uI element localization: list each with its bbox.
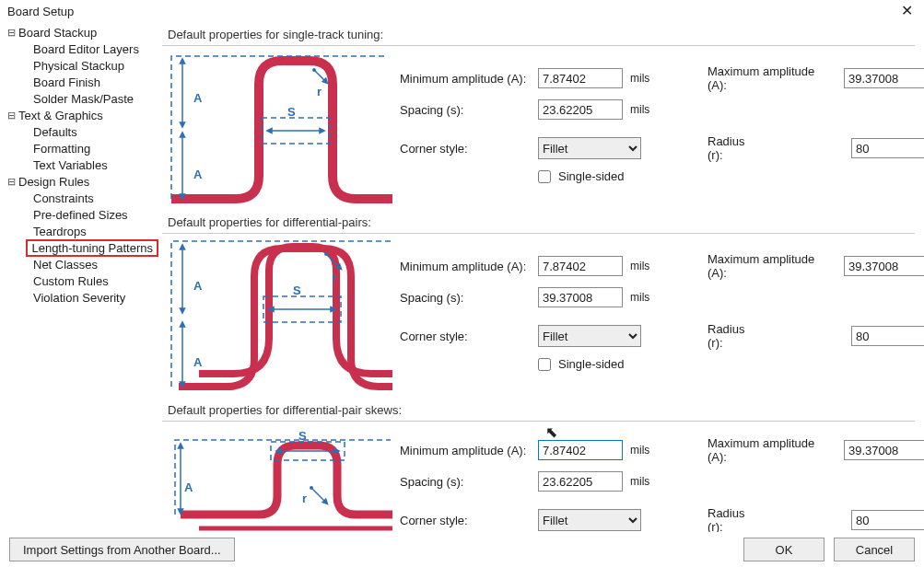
tree-item-label: Solder Mask/Paste [31,92,135,106]
diagram-skew: A S r [162,427,392,532]
tree-item-label: Net Classes [31,258,99,272]
tree-item-label: Teardrops [31,225,88,238]
ok-button[interactable]: OK [743,538,825,561]
label-single-sided: Single-sided [558,169,625,183]
close-icon[interactable]: ✕ [897,4,917,18]
divider [162,45,915,46]
tree-item-constraints[interactable]: Constraints [6,190,158,206]
label-radius: Radius (r): [708,134,763,162]
tree-item-physical-stackup[interactable]: Physical Stackup [6,57,158,74]
svg-text:S: S [293,284,301,297]
tree-item-label: Board Stackup [17,26,99,40]
tree-item-length-tuning-patterns[interactable]: Length-tuning Patterns [6,239,158,256]
input-skew-min-amp[interactable] [538,440,623,460]
expander-icon[interactable]: ⊟ [6,176,17,188]
section-header-single: Default properties for single-track tuni… [168,28,915,41]
svg-point-5 [312,68,316,72]
input-skew-spacing[interactable] [538,471,623,492]
label-min-amp: Minimum amplitude (A): [400,72,531,86]
svg-text:A: A [184,480,193,494]
expander-icon[interactable]: ⊟ [6,110,17,122]
tree-item-label: Constraints [31,191,96,205]
nav-tree: ⊟Board StackupBoard Editor LayersPhysica… [0,20,162,532]
label-r: r [317,85,322,98]
label-max-amp: Maximum amplitude (A): [708,64,836,92]
checkbox-single-singlesided[interactable] [538,170,551,183]
tree-item-label: Text & Graphics [17,109,105,122]
tree-item-defaults[interactable]: Defaults [6,123,158,140]
label-corner: Corner style: [400,142,531,156]
content-panel: Default properties for single-track tuni… [162,20,924,532]
tree-item-design-rules[interactable]: ⊟Design Rules [6,173,158,190]
label-S: S [287,105,296,119]
tree-item-board-stackup[interactable]: ⊟Board Stackup [6,24,158,40]
tree-item-solder-mask-paste[interactable]: Solder Mask/Paste [6,90,158,107]
section-header-diff: Default properties for differential-pair… [168,215,915,229]
cancel-button[interactable]: Cancel [834,538,915,561]
tree-item-label: Physical Stackup [31,59,126,73]
tree-item-label: Violation Severity [31,291,127,305]
label-spacing: Spacing (s): [400,103,531,117]
input-single-radius[interactable] [851,138,924,158]
diagram-single-track: A A S r [162,52,392,208]
label-A: A [193,91,203,105]
select-single-corner[interactable]: Fillet [538,137,641,159]
input-diff-max-amp[interactable] [844,256,924,276]
unit-mils: mils [630,72,654,85]
label-A2: A [193,168,203,181]
tree-item-formatting[interactable]: Formatting [6,140,158,156]
tree-item-label: Design Rules [17,175,91,189]
input-single-min-amp[interactable] [538,68,623,88]
tree-item-label: Formatting [31,142,92,156]
tree-item-label: Board Editor Layers [31,42,141,56]
tree-item-label: Text Variables [31,158,110,172]
expander-icon[interactable]: ⊟ [6,27,17,39]
svg-line-22 [311,488,326,503]
input-single-spacing[interactable] [538,99,623,120]
tree-item-text-variables[interactable]: Text Variables [6,156,158,173]
window-title: Board Setup [7,5,74,18]
input-diff-min-amp[interactable] [538,256,623,276]
unit-mils: mils [630,103,654,116]
svg-text:A: A [193,279,203,293]
divider [162,421,915,422]
tree-item-label: Length-tuning Patterns [26,239,158,257]
select-diff-corner[interactable]: Fillet [538,325,641,347]
tree-item-teardrops[interactable]: Teardrops [6,223,158,239]
tree-item-board-editor-layers[interactable]: Board Editor Layers [6,40,158,57]
import-settings-button[interactable]: Import Settings from Another Board... [9,538,235,561]
tree-item-label: Defaults [31,125,79,139]
section-header-skew: Default properties for differential-pair… [168,403,915,417]
svg-point-23 [310,486,313,490]
tree-item-pre-defined-sizes[interactable]: Pre-defined Sizes [6,206,158,223]
svg-text:r: r [302,492,307,505]
select-skew-corner[interactable]: Fillet [538,509,641,531]
input-single-max-amp[interactable] [844,68,924,88]
tree-item-text-graphics[interactable]: ⊟Text & Graphics [6,107,158,123]
tree-item-violation-severity[interactable]: Violation Severity [6,289,158,306]
input-diff-radius[interactable] [851,326,924,346]
svg-text:r: r [332,271,336,284]
svg-text:A: A [193,355,203,369]
svg-text:S: S [298,429,307,443]
divider [162,233,915,234]
tree-item-custom-rules[interactable]: Custom Rules [6,272,158,289]
tree-item-net-classes[interactable]: Net Classes [6,256,158,272]
tree-item-label: Custom Rules [31,274,111,288]
tree-item-label: Pre-defined Sizes [31,208,130,222]
footer: Import Settings from Another Board... OK… [0,532,924,567]
svg-point-14 [324,252,328,256]
checkbox-diff-singlesided[interactable] [538,358,551,371]
diagram-diff-pair: A A S r [162,239,392,396]
input-skew-radius[interactable] [851,510,924,530]
svg-line-4 [314,70,326,82]
tree-item-label: Board Finish [31,75,102,89]
tree-item-board-finish[interactable]: Board Finish [6,74,158,90]
input-diff-spacing[interactable] [538,287,623,307]
input-skew-max-amp[interactable] [844,440,924,460]
